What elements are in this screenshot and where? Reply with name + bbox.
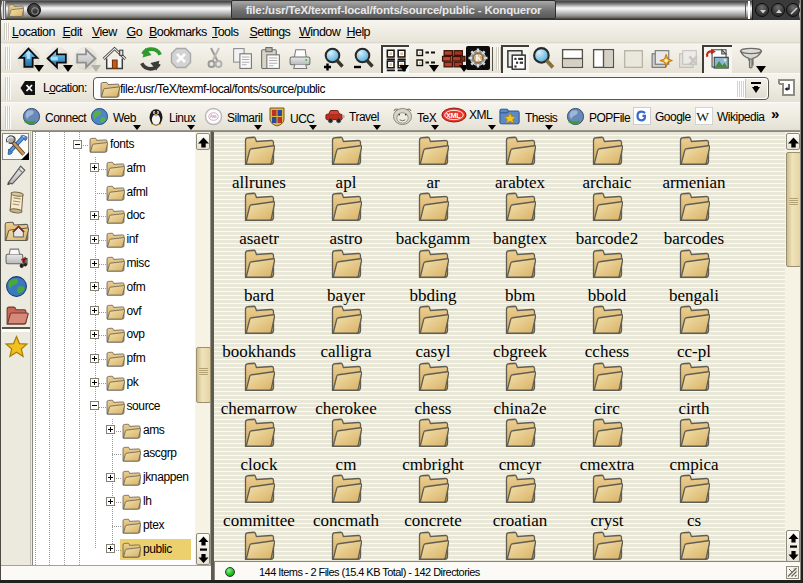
svg-text:W: W xyxy=(696,109,709,124)
svg-text:Ass: Ass xyxy=(210,114,218,119)
svg-text:XML: XML xyxy=(446,111,461,120)
svg-text:K: K xyxy=(476,54,483,63)
